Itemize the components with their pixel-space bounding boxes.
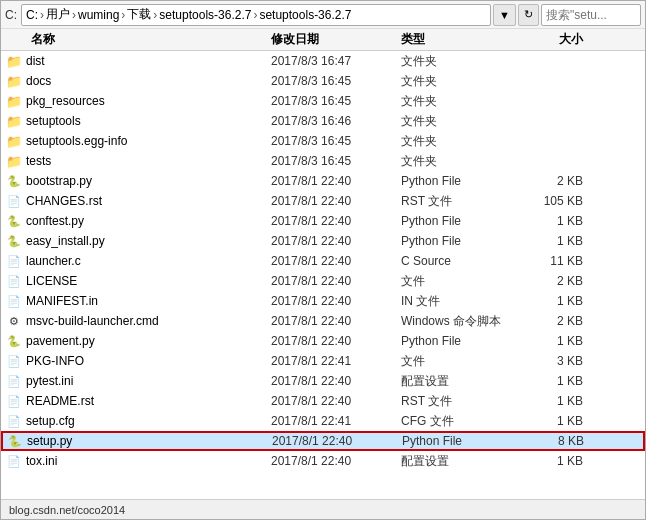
column-date[interactable]: 修改日期 (271, 31, 401, 48)
table-row[interactable]: 📁 setuptools.egg-info 2017/8/3 16:45 文件夹 (1, 131, 645, 151)
file-name-cell: 📄 PKG-INFO (1, 353, 271, 369)
table-row[interactable]: 🐍 easy_install.py 2017/8/1 22:40 Python … (1, 231, 645, 251)
table-row[interactable]: 📁 docs 2017/8/3 16:45 文件夹 (1, 71, 645, 91)
folder-icon: 📁 (5, 153, 23, 169)
table-row[interactable]: 📄 MANIFEST.in 2017/8/1 22:40 IN 文件 1 KB (1, 291, 645, 311)
file-size-cell: 1 KB (521, 414, 591, 428)
file-name-text: pkg_resources (26, 94, 105, 108)
table-row[interactable]: 📄 launcher.c 2017/8/1 22:40 C Source 11 … (1, 251, 645, 271)
file-name-cell: 📄 launcher.c (1, 253, 271, 269)
py-icon: 🐍 (6, 433, 24, 449)
py-icon: 🐍 (5, 233, 23, 249)
file-date-cell: 2017/8/1 22:40 (271, 194, 401, 208)
file-name-cell: 🐍 conftest.py (1, 213, 271, 229)
file-size-cell: 1 KB (521, 214, 591, 228)
file-date-cell: 2017/8/3 16:45 (271, 94, 401, 108)
table-row[interactable]: 📄 PKG-INFO 2017/8/1 22:41 文件 3 KB (1, 351, 645, 371)
file-name-cell: 📁 tests (1, 153, 271, 169)
breadcrumb-4[interactable]: setuptools-36.2.7 (259, 8, 351, 22)
table-row[interactable]: 📄 tox.ini 2017/8/1 22:40 配置设置 1 KB (1, 451, 645, 471)
table-row[interactable]: 📁 setuptools 2017/8/3 16:46 文件夹 (1, 111, 645, 131)
table-row[interactable]: 📁 pkg_resources 2017/8/3 16:45 文件夹 (1, 91, 645, 111)
file-size-cell: 1 KB (521, 374, 591, 388)
column-size[interactable]: 大小 (521, 31, 591, 48)
file-name-text: dist (26, 54, 45, 68)
file-type-cell: C Source (401, 254, 521, 268)
table-row[interactable]: 📁 tests 2017/8/3 16:45 文件夹 (1, 151, 645, 171)
table-row[interactable]: 📄 setup.cfg 2017/8/1 22:41 CFG 文件 1 KB (1, 411, 645, 431)
folder-icon: 📁 (5, 93, 23, 109)
file-name-text: msvc-build-launcher.cmd (26, 314, 159, 328)
file-size-cell: 105 KB (521, 194, 591, 208)
file-name-text: easy_install.py (26, 234, 105, 248)
file-type-cell: RST 文件 (401, 393, 521, 410)
file-date-cell: 2017/8/1 22:40 (271, 314, 401, 328)
generic-icon: 📄 (5, 293, 23, 309)
rst-icon: 📄 (5, 193, 23, 209)
file-name-cell: 🐍 setup.py (2, 433, 272, 449)
breadcrumb-0[interactable]: 用户 (46, 6, 70, 23)
breadcrumb-drive[interactable]: C: (26, 8, 38, 22)
file-name-cell: 📄 tox.ini (1, 453, 271, 469)
file-name-text: LICENSE (26, 274, 77, 288)
breadcrumb-3[interactable]: setuptools-36.2.7 (159, 8, 251, 22)
table-row[interactable]: 📄 pytest.ini 2017/8/1 22:40 配置设置 1 KB (1, 371, 645, 391)
file-type-cell: RST 文件 (401, 193, 521, 210)
folder-icon: 📁 (5, 113, 23, 129)
file-size-cell: 1 KB (521, 394, 591, 408)
status-text: blog.csdn.net/coco2014 (9, 504, 125, 516)
file-date-cell: 2017/8/1 22:40 (271, 214, 401, 228)
file-type-cell: 文件夹 (401, 73, 521, 90)
file-type-cell: 文件夹 (401, 113, 521, 130)
file-date-cell: 2017/8/1 22:40 (271, 374, 401, 388)
file-name-cell: 🐍 easy_install.py (1, 233, 271, 249)
table-row[interactable]: 📁 dist 2017/8/3 16:47 文件夹 (1, 51, 645, 71)
file-type-cell: 文件 (401, 353, 521, 370)
column-header-row: 名称 修改日期 类型 大小 (1, 29, 645, 51)
file-name-cell: 📄 README.rst (1, 393, 271, 409)
file-name-cell: 📁 setuptools (1, 113, 271, 129)
file-date-cell: 2017/8/1 22:40 (271, 394, 401, 408)
file-name-cell: 📄 MANIFEST.in (1, 293, 271, 309)
table-row[interactable]: 🐍 pavement.py 2017/8/1 22:40 Python File… (1, 331, 645, 351)
breadcrumb-2[interactable]: 下载 (127, 6, 151, 23)
file-name-text: CHANGES.rst (26, 194, 102, 208)
file-name-text: conftest.py (26, 214, 84, 228)
file-type-cell: Windows 命令脚本 (401, 313, 521, 330)
column-type[interactable]: 类型 (401, 31, 521, 48)
file-date-cell: 2017/8/1 22:40 (272, 434, 402, 448)
file-name-text: setuptools (26, 114, 81, 128)
file-size-cell: 2 KB (521, 314, 591, 328)
table-row[interactable]: 🐍 conftest.py 2017/8/1 22:40 Python File… (1, 211, 645, 231)
file-date-cell: 2017/8/1 22:40 (271, 234, 401, 248)
search-input[interactable] (541, 4, 641, 26)
file-name-text: setup.cfg (26, 414, 75, 428)
address-bar: C: C: › 用户 › wuming › 下载 › setuptools-36… (1, 1, 645, 29)
file-date-cell: 2017/8/1 22:41 (271, 414, 401, 428)
table-row[interactable]: 📄 CHANGES.rst 2017/8/1 22:40 RST 文件 105 … (1, 191, 645, 211)
file-name-text: tests (26, 154, 51, 168)
file-type-cell: Python File (401, 234, 521, 248)
file-name-text: setuptools.egg-info (26, 134, 127, 148)
file-explorer-window: C: C: › 用户 › wuming › 下载 › setuptools-36… (0, 0, 646, 520)
dropdown-button[interactable]: ▼ (493, 4, 516, 26)
breadcrumb[interactable]: C: › 用户 › wuming › 下载 › setuptools-36.2.… (21, 4, 491, 26)
table-row[interactable]: ⚙ msvc-build-launcher.cmd 2017/8/1 22:40… (1, 311, 645, 331)
file-name-text: setup.py (27, 434, 72, 448)
file-type-cell: 文件夹 (401, 133, 521, 150)
table-row[interactable]: 🐍 setup.py 2017/8/1 22:40 Python File 8 … (1, 431, 645, 451)
refresh-button[interactable]: ↻ (518, 4, 539, 26)
file-date-cell: 2017/8/1 22:41 (271, 354, 401, 368)
folder-icon: 📁 (5, 73, 23, 89)
file-type-cell: 配置设置 (401, 453, 521, 470)
file-name-cell: 📁 docs (1, 73, 271, 89)
column-name[interactable]: 名称 (1, 31, 271, 48)
file-date-cell: 2017/8/1 22:40 (271, 274, 401, 288)
table-row[interactable]: 📄 LICENSE 2017/8/1 22:40 文件 2 KB (1, 271, 645, 291)
file-name-text: docs (26, 74, 51, 88)
table-row[interactable]: 🐍 bootstrap.py 2017/8/1 22:40 Python Fil… (1, 171, 645, 191)
file-list: 📁 dist 2017/8/3 16:47 文件夹 📁 docs 2017/8/… (1, 51, 645, 499)
table-row[interactable]: 📄 README.rst 2017/8/1 22:40 RST 文件 1 KB (1, 391, 645, 411)
file-size-cell: 2 KB (521, 174, 591, 188)
breadcrumb-1[interactable]: wuming (78, 8, 119, 22)
